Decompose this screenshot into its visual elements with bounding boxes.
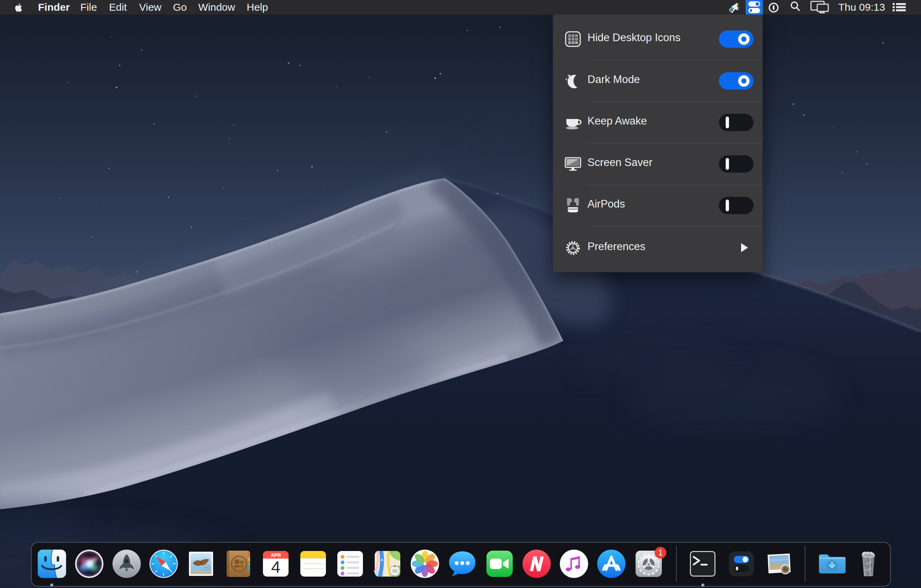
svg-text:3D: 3D [392, 569, 397, 573]
svg-text:APR: APR [270, 552, 281, 558]
svg-text:4: 4 [271, 558, 281, 576]
